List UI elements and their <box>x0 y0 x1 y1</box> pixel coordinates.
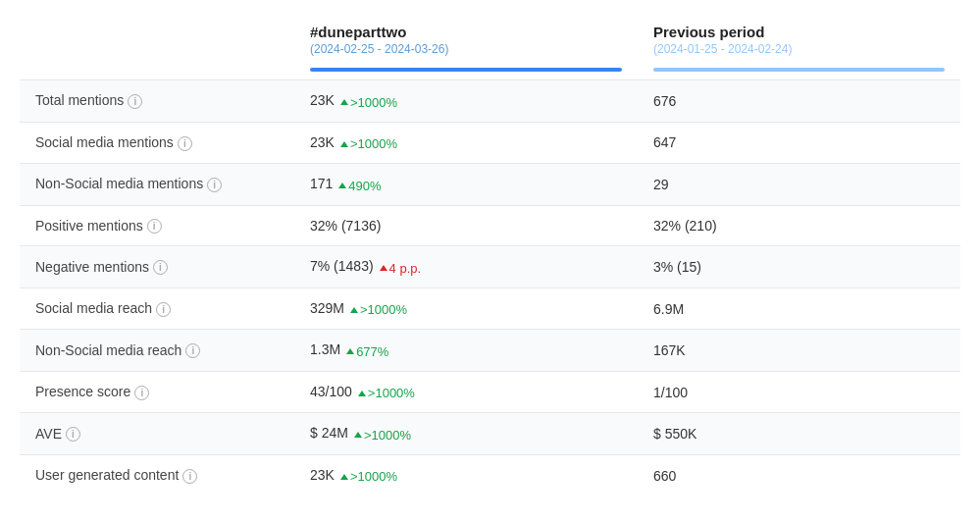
trend-arrow-up-icon <box>350 307 358 313</box>
metric-label: AVEi <box>20 413 294 455</box>
trend-arrow-up-icon <box>340 474 348 480</box>
secondary-bar-cell <box>638 68 960 80</box>
current-value-text: 1.3M <box>310 341 340 357</box>
trend-badge: >1000% <box>340 95 397 110</box>
trend-badge: >1000% <box>340 136 397 151</box>
info-icon[interactable]: i <box>182 469 197 484</box>
metric-label: Social media reachi <box>20 287 294 330</box>
trend-arrow-up-icon <box>340 99 348 105</box>
metric-prev-value: $ 550K <box>638 413 960 455</box>
metric-label: Presence scorei <box>20 371 294 413</box>
metric-label: Non-Social media mentionsi <box>20 164 294 206</box>
trend-arrow-up-icon <box>354 432 362 438</box>
metric-label: Non-Social media reachi <box>20 330 294 372</box>
table-row: Negative mentionsi7% (1483)4 p.p.3% (15) <box>20 246 960 288</box>
trend-badge: >1000% <box>354 428 411 443</box>
metric-label: Positive mentionsi <box>20 205 294 246</box>
col-label-header <box>20 16 294 68</box>
info-icon[interactable]: i <box>178 136 192 151</box>
trend-badge: >1000% <box>358 386 415 400</box>
metric-prev-value: 167K <box>638 330 960 372</box>
info-icon[interactable]: i <box>185 343 200 358</box>
current-value-text: 43/100 <box>310 384 352 399</box>
trend-arrow-up-icon <box>358 391 366 396</box>
previous-period-title: Previous period <box>653 24 764 40</box>
metric-prev-value: 1/100 <box>638 371 960 413</box>
current-value-text: $ 24M <box>310 425 348 441</box>
metric-label-text: AVE <box>35 426 62 442</box>
current-period-dates: (2024-02-25 - 2024-03-26) <box>310 42 622 56</box>
info-icon[interactable]: i <box>147 219 162 234</box>
table-row: Social media mentionsi23K>1000%647 <box>20 122 960 164</box>
trend-arrow-up-icon <box>338 183 346 188</box>
metric-label-text: Non-Social media reach <box>35 342 181 358</box>
metric-current-value: 23K>1000% <box>294 122 638 164</box>
table-row: Non-Social media mentionsi171490%29 <box>20 164 960 206</box>
metrics-table-body: Total mentionsi23K>1000%676Social media … <box>20 80 960 496</box>
current-period-header: #duneparttwo (2024-02-25 - 2024-03-26) <box>294 16 638 68</box>
info-icon[interactable]: i <box>153 260 168 275</box>
metric-current-value: 23K>1000% <box>294 454 638 496</box>
secondary-bar <box>653 68 945 72</box>
metric-label-text: Non-Social media mentions <box>35 176 203 191</box>
metric-current-value: 171490% <box>294 164 638 206</box>
table-row: Social media reachi329M>1000%6.9M <box>20 287 960 330</box>
info-icon[interactable]: i <box>156 302 171 317</box>
main-container: #duneparttwo (2024-02-25 - 2024-03-26) P… <box>0 0 980 511</box>
previous-period-header: Previous period (2024-01-25 - 2024-02-24… <box>638 16 960 68</box>
current-value-text: 171 <box>310 176 333 191</box>
metric-label-text: User generated content <box>35 467 179 483</box>
trend-badge: 490% <box>338 179 381 193</box>
table-row: Presence scorei43/100>1000%1/100 <box>20 371 960 413</box>
current-value-text: 329M <box>310 300 344 316</box>
current-value-text: 23K <box>310 134 335 150</box>
metric-current-value: $ 24M>1000% <box>294 413 638 455</box>
info-icon[interactable]: i <box>128 94 142 109</box>
metric-prev-value: 660 <box>638 454 960 496</box>
current-value-text: 32% (7136) <box>310 218 381 234</box>
metric-prev-value: 3% (15) <box>638 246 960 288</box>
metric-prev-value: 6.9M <box>638 287 960 330</box>
current-value-text: 7% (1483) <box>310 258 374 274</box>
metric-label-text: Positive mentions <box>35 218 143 234</box>
metric-prev-value: 647 <box>638 122 960 164</box>
info-icon[interactable]: i <box>134 386 149 400</box>
metric-label: Social media mentionsi <box>20 122 294 164</box>
primary-bar-cell <box>294 68 638 80</box>
current-value-text: 23K <box>310 92 335 108</box>
current-value-text: 23K <box>310 467 335 483</box>
table-row: Total mentionsi23K>1000%676 <box>20 80 960 123</box>
metric-current-value: 32% (7136) <box>294 205 638 246</box>
table-row: AVEi$ 24M>1000%$ 550K <box>20 413 960 455</box>
metric-prev-value: 32% (210) <box>638 205 960 246</box>
metric-label: User generated contenti <box>20 454 294 496</box>
metric-label-text: Presence score <box>35 384 130 399</box>
previous-period-dates: (2024-01-25 - 2024-02-24) <box>653 42 945 56</box>
primary-bar <box>310 68 622 72</box>
current-period-title: #duneparttwo <box>310 24 406 40</box>
metric-label: Total mentionsi <box>20 80 294 123</box>
trend-badge: >1000% <box>350 302 407 317</box>
table-row: Non-Social media reachi1.3M677%167K <box>20 330 960 372</box>
info-icon[interactable]: i <box>66 427 80 442</box>
metric-label-text: Social media reach <box>35 300 152 316</box>
metric-current-value: 7% (1483)4 p.p. <box>294 246 638 288</box>
trend-arrow-up-icon <box>340 141 348 147</box>
metrics-table: #duneparttwo (2024-02-25 - 2024-03-26) P… <box>20 16 960 496</box>
metric-current-value: 23K>1000% <box>294 80 638 123</box>
trend-badge: >1000% <box>340 469 397 484</box>
metric-label-text: Negative mentions <box>35 259 149 275</box>
trend-badge: 4 p.p. <box>380 261 422 276</box>
metric-prev-value: 676 <box>638 80 960 123</box>
trend-badge: 677% <box>346 344 388 359</box>
table-row: Positive mentionsi32% (7136)32% (210) <box>20 205 960 246</box>
trend-arrow-up-red-icon <box>380 265 387 271</box>
metric-current-value: 1.3M677% <box>294 330 638 372</box>
metric-current-value: 43/100>1000% <box>294 371 638 413</box>
trend-arrow-up-icon <box>346 348 354 354</box>
metric-label-text: Social media mentions <box>35 134 174 150</box>
info-icon[interactable]: i <box>207 178 222 192</box>
metric-prev-value: 29 <box>638 164 960 206</box>
metric-label: Negative mentionsi <box>20 246 294 288</box>
metric-label-text: Total mentions <box>35 92 124 108</box>
